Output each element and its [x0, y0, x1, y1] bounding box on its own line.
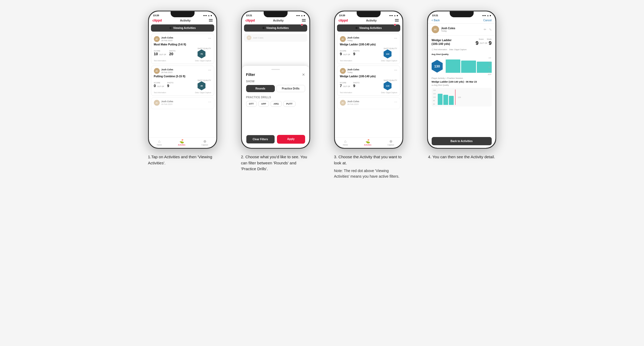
step-4: 13:21 ●●● ▲ ■ < Back Cancel JC [419, 11, 504, 179]
score-label-1-1: Score [154, 50, 167, 52]
capture-icon-3: ⊕ [389, 139, 393, 143]
signal-icon-4: ●●● [482, 14, 486, 17]
sq-label-3-1: Shot Quality [384, 48, 397, 49]
nav-activities-1[interactable]: ⛳ Activities [178, 139, 186, 146]
detail-content-4: Wedge Ladder(100-140 yds) Score Shots 9 … [428, 36, 495, 137]
card-footer-3-2: Test Information Data: Clippd Capture [340, 92, 397, 93]
edit-icon-4[interactable]: ✏ [484, 28, 486, 31]
filter-rounds-btn[interactable]: Rounds [246, 85, 275, 92]
phone-1: 13:20 ●●● ▲ ■ clippd Activity [148, 11, 217, 149]
card-1-1[interactable]: JC Josh Coles 28 Feb 2023 ··· Must Make … [151, 34, 214, 64]
detail-action-icons-4: ✏ ⤡ [484, 28, 492, 31]
nav-bar-3: clippd Activity [335, 17, 402, 23]
nav-capture-label-1: Capture [201, 144, 208, 146]
chart-x-label-4: APP [445, 74, 492, 75]
activity-header-1[interactable]: ⚙ Viewing Activities [151, 24, 214, 32]
battery-icon: ■ [211, 14, 212, 17]
battery-icon-3: ■ [397, 14, 398, 17]
footer-right-1-1: Data: Clippd Capture [195, 60, 211, 62]
nav-home-3[interactable]: ⌂ Home [343, 139, 348, 146]
step-3-text: 3. Choose the Activity that you want to … [334, 154, 403, 166]
back-button-4[interactable]: < Back [432, 19, 440, 22]
username-1-3: Josh Coles [161, 100, 173, 103]
detail-score-label-4: Score [479, 38, 483, 40]
detail-title-row-4: Wedge Ladder(100-140 yds) Score Shots 9 … [432, 38, 492, 46]
session-title-4: Wedge Ladder (100-140 yds) - 06 Mar 23 [432, 80, 492, 83]
red-dot-2 [301, 24, 303, 26]
detail-score-row-4: 9 OUT OF 9 [475, 40, 491, 46]
home-icon-1: ⌂ [158, 139, 160, 143]
sq-label-1-1: Shot Quality [197, 48, 211, 49]
detail-name-4: Josh Coles [441, 27, 455, 30]
signal-icon: ●●● [203, 14, 207, 17]
card-3-1[interactable]: JC Josh Coles Today ··· Wedge Ladder (10… [337, 34, 400, 64]
phone-notch-3 [357, 11, 381, 17]
main-container: 13:20 ●●● ▲ ■ clippd Activity [136, 11, 508, 179]
step-1: 13:20 ●●● ▲ ■ clippd Activity [140, 11, 225, 179]
session-bar-2 [443, 95, 448, 105]
status-icons-2: ●●● ▲ ■ [296, 14, 305, 17]
activity-header-text-1: Viewing Activities [173, 27, 196, 29]
status-time-1: 13:20 [153, 14, 159, 17]
phone-4: 13:21 ●●● ▲ ■ < Back Cancel JC [427, 11, 496, 149]
expand-icon-4[interactable]: ⤡ [489, 28, 492, 31]
activity-header-2[interactable]: ⚙ Viewing Activities [244, 24, 307, 32]
filter-show-label: Show [246, 80, 305, 83]
filter-arg-btn[interactable]: ARG [271, 101, 282, 107]
card-footer-1-2: Test Information Data: Clippd Capture [154, 92, 211, 93]
sq-badge-3-1: 130 [384, 49, 392, 58]
filter-drill-buttons: OTT APP ARG PUTT [246, 101, 305, 107]
nav-capture-1[interactable]: ⊕ Capture [201, 139, 208, 146]
nav-capture-3[interactable]: ⊕ Capture [388, 139, 394, 146]
card-stats-3-1: Score 9 OUT OF Shots 9 [340, 48, 397, 58]
avatar-1-2: JC [154, 68, 160, 74]
step-1-text: 1.Tap on Activities and then 'Viewing Ac… [148, 154, 217, 166]
filter-apply-button[interactable]: Apply [277, 135, 305, 144]
card-3-2[interactable]: JC Josh Coles Today ··· Wedge Ladder (10… [337, 66, 400, 96]
session-label-4: Player Activity > Practice Session [432, 77, 492, 79]
card-dots-3-3[interactable]: ··· [394, 100, 397, 104]
logo-2: clippd [246, 18, 255, 22]
footer-left-1-1: Test Information [154, 60, 166, 62]
logo-1: clippd [153, 18, 162, 22]
filter-clear-button[interactable]: Clear Filters [246, 135, 275, 144]
cancel-button-4[interactable]: Cancel [483, 19, 491, 22]
menu-icon-1[interactable] [209, 19, 213, 22]
filter-icon-3: ⚙ [355, 27, 358, 29]
detail-user-row-4: JC Josh Coles Today ✏ ⤡ [428, 24, 495, 36]
filter-app-btn[interactable]: APP [258, 101, 269, 107]
step-4-text: 4. You can then see the Activity detail. [428, 154, 495, 160]
card-dots-3-1[interactable]: ··· [394, 36, 397, 40]
card-dots-1-1[interactable]: ··· [208, 36, 211, 40]
filter-putt-btn[interactable]: PUTT [283, 101, 296, 107]
card-dots-1-2[interactable]: ··· [208, 68, 211, 72]
filter-practice-btn[interactable]: Practice Drills [276, 85, 305, 92]
card-1-3[interactable]: JC Josh Coles 28 Feb 2023 ··· [151, 97, 214, 109]
status-time-2: 13:21 [246, 14, 252, 17]
userdate-1-3: 28 Feb 2023 [161, 103, 173, 105]
home-icon-3: ⌂ [344, 139, 346, 143]
filter-drills-label: Practice Drills [246, 96, 305, 99]
card-1-3-user: JC Josh Coles 28 Feb 2023 [154, 100, 173, 106]
back-activities-btn-4[interactable]: Back to Activities [432, 137, 492, 145]
username-1-1: Josh Coles [161, 36, 173, 39]
card-dots-1-3[interactable]: ··· [208, 100, 211, 104]
card-dots-3-2[interactable]: ··· [394, 68, 397, 72]
menu-icon-2[interactable] [302, 19, 306, 22]
step-2: 13:21 ●●● ▲ ■ clippd Activity [233, 11, 318, 179]
nav-activities-3[interactable]: ⛳ Activities [364, 139, 372, 146]
nav-home-1[interactable]: ⌂ Home [157, 139, 162, 146]
filter-close-button[interactable]: ✕ [302, 72, 305, 77]
card-stats-1-2: Score 0 OUT OF Shots 9 [154, 79, 211, 90]
menu-icon-3[interactable] [395, 19, 399, 22]
filter-ott-btn[interactable]: OTT [246, 101, 257, 107]
card-title-1-2: Putting Combine (3-15 ft) [154, 75, 211, 78]
phone-3: 13:20 ●●● ▲ ■ clippd Activity [334, 11, 403, 149]
card-3-3[interactable]: JC Josh Coles 28 Feb 2023 ··· [337, 97, 400, 109]
bar-1 [446, 59, 461, 73]
card-1-2[interactable]: JC Josh Coles 28 Feb 2023 ··· Putting Co… [151, 66, 214, 96]
footer-left-3-1: Test Information [340, 60, 352, 62]
avg-shot-row-4: 130 130 100 50 0 [432, 57, 492, 75]
logo-3: clippd [339, 18, 348, 22]
activity-header-3[interactable]: ⚙ Viewing Activities [337, 24, 400, 32]
